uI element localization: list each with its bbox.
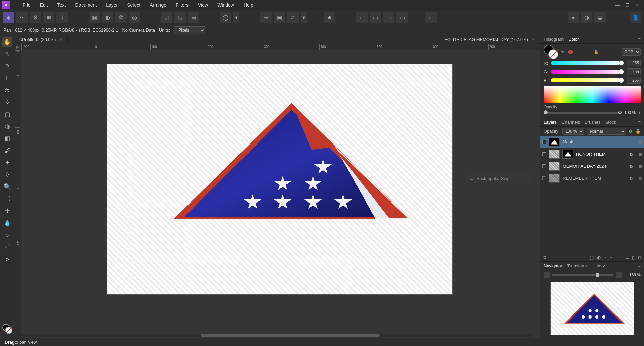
color-swatch-icon[interactable] bbox=[2, 324, 12, 334]
boolean-intersect-icon[interactable]: ◒ bbox=[594, 12, 606, 23]
add-group-icon[interactable]: ▯ bbox=[632, 255, 634, 260]
layer-visibility-icon[interactable] bbox=[639, 165, 642, 168]
menu-select[interactable]: Select bbox=[122, 0, 145, 10]
tab-transform[interactable]: Transform bbox=[567, 263, 587, 268]
clone-tool-icon[interactable]: ⛶ bbox=[2, 194, 12, 204]
tab-histogram[interactable]: Histogram bbox=[544, 37, 564, 42]
crop-tool-icon[interactable]: ⌗ bbox=[2, 73, 12, 83]
chevron-down-icon[interactable]: ▾ bbox=[233, 12, 239, 23]
layer-visibility-icon[interactable] bbox=[639, 177, 642, 180]
channel-b-input[interactable] bbox=[627, 77, 641, 84]
arrange-backward-icon[interactable]: ▭ bbox=[396, 12, 408, 23]
close-tab-icon[interactable]: ✕ bbox=[59, 37, 63, 42]
layer-name[interactable]: HONOR THEM bbox=[576, 152, 627, 157]
assistant-icon[interactable]: ☺ bbox=[287, 12, 299, 23]
layer-row[interactable]: REMEMBER THEM fx bbox=[540, 172, 644, 184]
zoom-tool-icon[interactable]: 🔍 bbox=[2, 182, 12, 192]
menu-window[interactable]: Window bbox=[213, 0, 239, 10]
deselect-icon[interactable]: ▨ bbox=[174, 12, 186, 23]
persona-export-icon[interactable]: ⤓ bbox=[56, 12, 68, 23]
persona-develop-icon[interactable]: ⚙ bbox=[30, 12, 41, 23]
gradient-tool-icon[interactable]: ◧ bbox=[2, 133, 12, 143]
menu-help[interactable]: Help bbox=[239, 0, 258, 10]
layer-checkbox[interactable] bbox=[542, 152, 546, 156]
navigator-preview[interactable] bbox=[550, 282, 634, 335]
layer-checkbox[interactable] bbox=[542, 176, 546, 180]
channel-r-input[interactable] bbox=[627, 60, 641, 66]
arrange-front-icon[interactable]: ▭ bbox=[356, 12, 368, 23]
auto-levels-icon[interactable]: ▦ bbox=[89, 12, 100, 23]
minimize-icon[interactable]: — bbox=[615, 3, 620, 8]
layer-checkbox[interactable] bbox=[542, 164, 546, 168]
zoom-out-button[interactable]: − bbox=[544, 272, 550, 278]
menu-arrange[interactable]: Arrange bbox=[145, 0, 171, 10]
layer-name[interactable]: REMEMBER THEM bbox=[562, 176, 627, 181]
color-field[interactable] bbox=[544, 86, 641, 103]
canvas-viewport[interactable]: px -200 0 100 200 300 400 500 600 700 0 … bbox=[15, 44, 540, 338]
arrange-back-icon[interactable]: ▭ bbox=[370, 12, 381, 23]
delete-layer-icon[interactable]: 🗑 bbox=[637, 255, 641, 260]
channel-b-slider[interactable] bbox=[551, 78, 624, 82]
selection-brush-tool-icon[interactable]: ࿉ bbox=[2, 85, 12, 95]
live-layer-icon[interactable]: ▭ bbox=[425, 12, 437, 23]
smudge-tool-icon[interactable]: ☄ bbox=[2, 242, 12, 252]
quick-mask-icon[interactable]: ◯ bbox=[220, 12, 231, 23]
panel-menu-icon[interactable]: ≡ bbox=[638, 37, 641, 42]
tab-brushes[interactable]: Brushes bbox=[585, 120, 601, 125]
layer-visibility-icon[interactable] bbox=[639, 153, 642, 156]
snap-icon[interactable]: ⇥ bbox=[260, 12, 272, 23]
menu-file[interactable]: File bbox=[18, 0, 35, 10]
panel-menu-icon[interactable]: ≡ bbox=[638, 263, 641, 268]
picker-sample-icon[interactable] bbox=[568, 50, 573, 54]
layer-name[interactable]: MEMORIAL DAY 2024 bbox=[562, 164, 627, 169]
close-tab-icon[interactable]: ✕ bbox=[531, 37, 535, 42]
layer-row[interactable]: MEMORIAL DAY 2024 fx bbox=[540, 160, 644, 172]
layer-opacity-select[interactable]: 100 % bbox=[562, 128, 584, 135]
canvas-page[interactable] bbox=[107, 64, 452, 294]
account-icon[interactable]: 👤 bbox=[630, 12, 641, 23]
ruler-vertical[interactable]: 0 100 200 300 400 bbox=[15, 50, 21, 338]
layer-checkbox[interactable] bbox=[542, 140, 546, 144]
tab-layers[interactable]: Layers bbox=[544, 120, 557, 125]
layer-visibility-icon[interactable] bbox=[639, 140, 642, 144]
boolean-add-icon[interactable]: ● bbox=[568, 12, 579, 23]
menu-text[interactable]: Text bbox=[53, 0, 71, 10]
invert-selection-icon[interactable]: ▤ bbox=[188, 12, 199, 23]
zoom-slider[interactable] bbox=[552, 274, 613, 276]
maximize-icon[interactable]: ❐ bbox=[626, 3, 630, 8]
tab-channels[interactable]: Channels bbox=[561, 120, 580, 125]
channel-r-slider[interactable] bbox=[551, 61, 624, 65]
mask-icon[interactable]: ◯ bbox=[589, 255, 594, 260]
persona-tone-icon[interactable]: ≋ bbox=[43, 12, 54, 23]
menu-edit[interactable]: Edit bbox=[35, 0, 53, 10]
tab-stock[interactable]: Stock bbox=[605, 120, 616, 125]
stock-icon[interactable]: ☻ bbox=[324, 12, 335, 23]
tab-color[interactable]: Color bbox=[568, 37, 579, 42]
tab-navigator[interactable]: Navigator bbox=[544, 263, 562, 268]
layer-row[interactable]: Mask bbox=[540, 136, 644, 148]
force-pixel-icon[interactable]: ▣ bbox=[274, 12, 285, 23]
zoom-in-button[interactable]: + bbox=[616, 272, 622, 278]
move-tool-icon[interactable]: ↖ bbox=[2, 49, 12, 59]
channel-g-slider[interactable] bbox=[551, 70, 624, 74]
eyedropper-icon[interactable]: ✎ bbox=[561, 50, 565, 55]
lock-icon[interactable]: 🔒 bbox=[635, 129, 641, 134]
doc-tab-untitled[interactable]: <Untitled> (26.9%) ✕ bbox=[15, 35, 68, 44]
menu-document[interactable]: Document bbox=[70, 0, 101, 10]
merge-icon[interactable]: ⧉ bbox=[543, 255, 546, 260]
layer-fx-icon[interactable]: fx bbox=[630, 176, 636, 181]
marquee-tool-icon[interactable]: ▢ bbox=[2, 109, 12, 119]
auto-wb-icon[interactable]: ◎ bbox=[129, 12, 140, 23]
layer-fx-icon[interactable]: fx bbox=[630, 152, 636, 157]
auto-colors-icon[interactable]: ❂ bbox=[115, 12, 127, 23]
adjust-icon[interactable]: ◐ bbox=[597, 255, 601, 260]
add-layer-icon[interactable]: ▭ bbox=[625, 255, 629, 260]
menu-view[interactable]: View bbox=[193, 0, 213, 10]
select-all-icon[interactable]: ▧ bbox=[161, 12, 172, 23]
persona-photo-icon[interactable]: ◆ bbox=[3, 12, 14, 23]
ruler-horizontal[interactable]: -200 0 100 200 300 400 500 600 700 bbox=[21, 44, 540, 50]
erase-tool-icon[interactable]: ◊ bbox=[2, 170, 12, 180]
tab-history[interactable]: History bbox=[591, 263, 605, 268]
panel-menu-icon[interactable]: ≡ bbox=[638, 120, 641, 125]
blend-mode-select[interactable]: Normal bbox=[587, 128, 626, 135]
